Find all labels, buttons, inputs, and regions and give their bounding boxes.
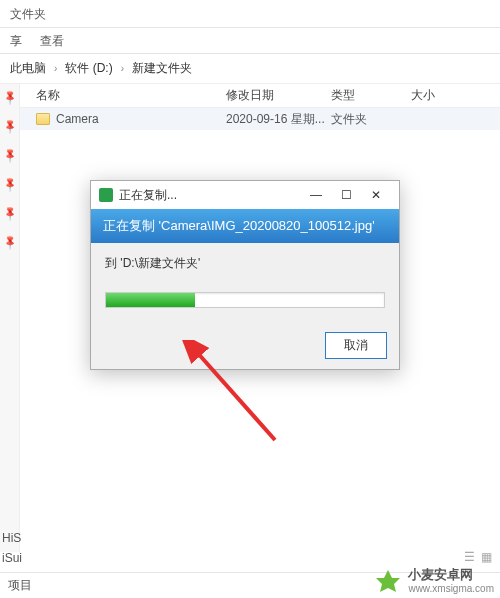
copy-icon	[99, 188, 113, 202]
sidebar-fragments: HiS iSui	[2, 528, 22, 568]
dialog-header: 正在复制 'Camera\IMG_20200820_100512.jpg'	[91, 209, 399, 243]
file-name: Camera	[56, 112, 99, 126]
menu-bar: 享 查看	[0, 28, 500, 54]
copying-text: 正在复制 'Camera\IMG_20200820_100512.jpg'	[103, 218, 375, 233]
pin-icon: 📌	[1, 205, 17, 221]
destination-text: 到 'D:\新建文件夹'	[105, 255, 385, 272]
details-view-icon[interactable]: ☰	[464, 550, 475, 564]
column-type[interactable]: 类型	[331, 87, 411, 104]
watermark-name: 小麦安卓网	[408, 568, 494, 582]
thumbnail-view-icon[interactable]: ▦	[481, 550, 492, 564]
column-size[interactable]: 大小	[411, 87, 500, 104]
menu-share[interactable]: 享	[10, 33, 22, 48]
pin-icon: 📌	[1, 176, 17, 192]
close-button[interactable]: ✕	[361, 184, 391, 206]
progress-fill	[106, 293, 195, 307]
title-text: 文件夹	[10, 6, 46, 21]
maximize-button[interactable]: ☐	[331, 184, 361, 206]
progress-bar	[105, 292, 385, 308]
menu-view[interactable]: 查看	[40, 33, 64, 48]
quick-access-pins: 📌 📌 📌 📌 📌 📌	[0, 84, 20, 552]
dialog-title: 正在复制...	[119, 187, 301, 204]
table-row[interactable]: Camera 2020-09-16 星期... 文件夹	[20, 108, 500, 130]
chevron-right-icon: ›	[54, 63, 57, 74]
column-headers: 名称 修改日期 类型 大小	[20, 84, 500, 108]
breadcrumb-drive[interactable]: 软件 (D:)	[65, 60, 112, 77]
watermark-url: www.xmsigma.com	[408, 583, 494, 594]
logo-icon	[374, 568, 402, 594]
status-text: 项目	[8, 577, 32, 594]
sidebar-item-label: iSui	[2, 548, 22, 568]
breadcrumb[interactable]: 此电脑 › 软件 (D:) › 新建文件夹	[0, 54, 500, 84]
dialog-footer: 取消	[91, 322, 399, 369]
pin-icon: 📌	[1, 234, 17, 250]
column-date[interactable]: 修改日期	[226, 87, 331, 104]
breadcrumb-folder[interactable]: 新建文件夹	[132, 60, 192, 77]
sidebar-item-label: HiS	[2, 528, 22, 548]
dialog-body: 到 'D:\新建文件夹'	[91, 243, 399, 322]
watermark: 小麦安卓网 www.xmsigma.com	[374, 568, 494, 594]
chevron-right-icon: ›	[121, 63, 124, 74]
column-name[interactable]: 名称	[36, 87, 226, 104]
minimize-button[interactable]: —	[301, 184, 331, 206]
title-bar: 文件夹	[0, 0, 500, 28]
pin-icon: 📌	[1, 147, 17, 163]
folder-icon	[36, 113, 50, 125]
breadcrumb-root[interactable]: 此电脑	[10, 60, 46, 77]
dialog-titlebar[interactable]: 正在复制... — ☐ ✕	[91, 181, 399, 209]
view-toggle: ☰ ▦	[464, 550, 492, 564]
file-date: 2020-09-16 星期...	[226, 111, 331, 128]
pin-icon: 📌	[1, 118, 17, 134]
copy-dialog: 正在复制... — ☐ ✕ 正在复制 'Camera\IMG_20200820_…	[90, 180, 400, 370]
pin-icon: 📌	[1, 89, 17, 105]
cancel-button[interactable]: 取消	[325, 332, 387, 359]
file-type: 文件夹	[331, 111, 411, 128]
